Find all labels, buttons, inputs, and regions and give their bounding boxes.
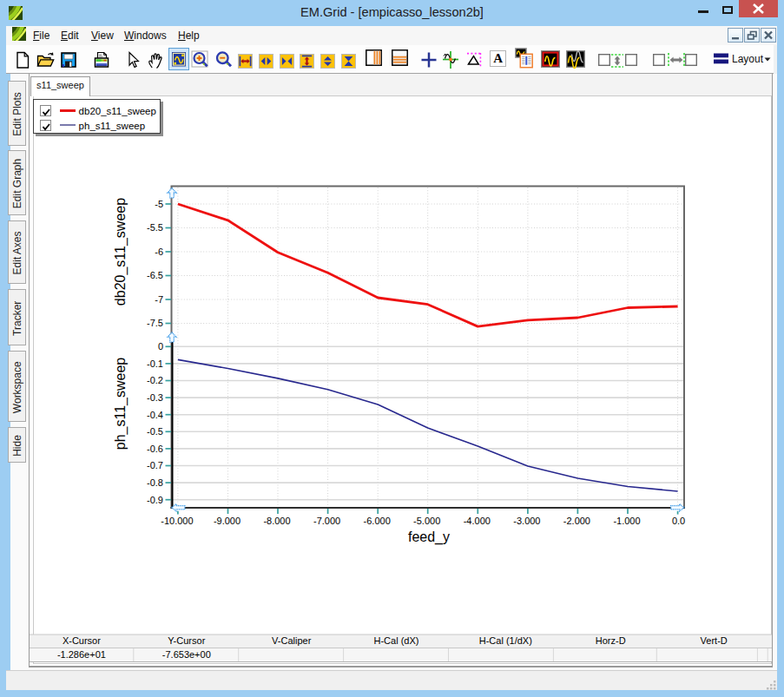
svg-text:-0.6: -0.6 — [147, 444, 163, 454]
svg-text:-0.9: -0.9 — [147, 495, 163, 505]
svg-text:-0.3: -0.3 — [147, 392, 163, 403]
svg-text:-0.1: -0.1 — [147, 358, 163, 369]
svg-text:feed_y: feed_y — [408, 529, 450, 545]
svg-text:-5.5: -5.5 — [147, 222, 163, 233]
svg-text:-5.000: -5.000 — [413, 516, 440, 526]
svg-text:H-Cal (dX): H-Cal (dX) — [374, 635, 419, 646]
svg-text:-0.2: -0.2 — [147, 375, 163, 385]
svg-text:-5: -5 — [155, 199, 163, 209]
svg-text:-8.000: -8.000 — [263, 516, 290, 526]
svg-text:-7: -7 — [155, 294, 163, 305]
svg-text:0: 0 — [158, 341, 163, 352]
svg-text:-6.000: -6.000 — [364, 516, 391, 526]
svg-text:V-Caliper: V-Caliper — [272, 635, 312, 646]
svg-text:-2.000: -2.000 — [563, 516, 590, 526]
svg-text:-4.000: -4.000 — [464, 516, 491, 526]
svg-text:-10.000: -10.000 — [161, 516, 193, 526]
svg-text:-0.8: -0.8 — [147, 477, 163, 488]
svg-text:H-Cal (1/dX): H-Cal (1/dX) — [479, 635, 532, 646]
svg-text:-7.000: -7.000 — [313, 516, 340, 526]
svg-text:db20_s11_sweep: db20_s11_sweep — [114, 198, 128, 306]
svg-text:-1.286e+01: -1.286e+01 — [57, 649, 106, 660]
svg-text:A: A — [493, 51, 503, 65]
svg-text:-6.5: -6.5 — [147, 270, 163, 280]
svg-text:Y-Cursor: Y-Cursor — [168, 635, 205, 646]
svg-text:X-Cursor: X-Cursor — [63, 635, 101, 646]
svg-text:-7.653e+00: -7.653e+00 — [162, 649, 211, 660]
svg-text:-0.5: -0.5 — [147, 426, 163, 437]
svg-text:-9.000: -9.000 — [214, 516, 240, 526]
svg-text:Horz-D: Horz-D — [596, 635, 626, 646]
svg-text:-1.000: -1.000 — [613, 516, 640, 526]
svg-text:-0.7: -0.7 — [147, 460, 163, 470]
svg-text:-6: -6 — [155, 247, 163, 257]
svg-text:-0.4: -0.4 — [147, 410, 163, 420]
svg-text:-7.5: -7.5 — [147, 318, 163, 328]
svg-text:-3.000: -3.000 — [513, 516, 540, 526]
svg-text:ph_s11_sweep: ph_s11_sweep — [114, 358, 128, 450]
svg-text:Vert-D: Vert-D — [701, 635, 728, 646]
svg-text:0.0: 0.0 — [672, 516, 685, 526]
